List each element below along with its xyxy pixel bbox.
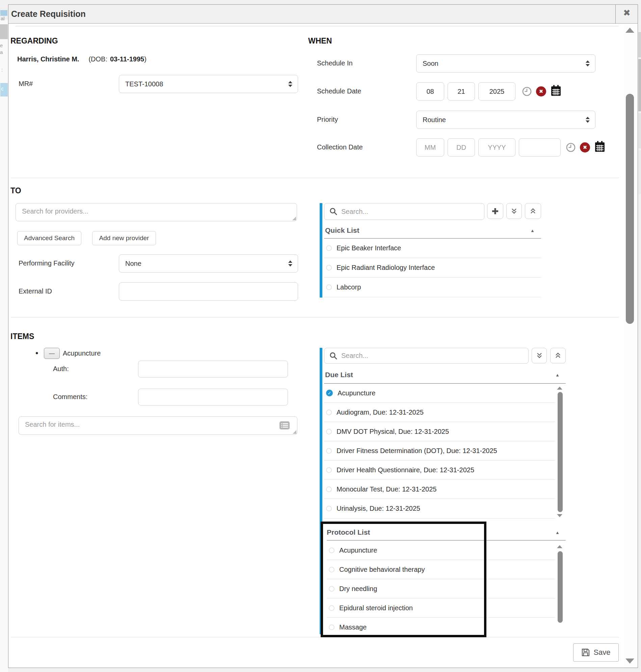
add-new-provider-button[interactable]: Add new provider <box>92 231 156 245</box>
save-button[interactable]: Save <box>573 643 619 661</box>
due-list-item[interactable]: Monocular Test, Due: 12-31-2025 <box>324 480 555 499</box>
check-icon[interactable]: ✓ <box>326 390 333 396</box>
search-icon <box>329 352 338 360</box>
due-list-search-input[interactable] <box>324 348 529 364</box>
protocol-list-scroll-up-arrow[interactable] <box>557 545 562 548</box>
due-list-item-label: Driver Fitness Determination (DOT), Due:… <box>337 447 497 455</box>
collapse-all-button[interactable] <box>506 203 522 219</box>
due-list-item[interactable]: Driver Health Questionnaire, Due: 12-31-… <box>324 461 555 480</box>
collection-month-input[interactable] <box>416 138 444 156</box>
collection-day-input[interactable] <box>448 138 475 156</box>
radio-icon[interactable] <box>326 448 332 454</box>
external-id-label: External ID <box>18 288 52 295</box>
radio-icon[interactable] <box>329 625 335 630</box>
quick-list-item[interactable]: Epic Radiant Radiology Interface <box>324 258 541 278</box>
due-list-item[interactable]: ✓ Acupuncture <box>324 383 555 403</box>
radio-icon[interactable] <box>329 586 335 592</box>
radio-icon[interactable] <box>326 284 332 290</box>
collection-time-input[interactable] <box>519 138 561 156</box>
due-list-item[interactable]: DMV DOT Physical, Due: 12-31-2025 <box>324 422 555 441</box>
due-list-item[interactable]: Driver Fitness Determination (DOT), Due:… <box>324 441 555 461</box>
collapse-section-icon[interactable]: ▲ <box>530 228 535 233</box>
background-text-fragment: c <box>1 86 4 92</box>
expand-all-button[interactable] <box>525 203 541 219</box>
auth-input[interactable] <box>138 361 288 378</box>
radio-icon[interactable] <box>329 605 335 611</box>
close-button[interactable]: ✖ <box>620 8 633 18</box>
modal-title: Create Requisition <box>11 9 86 19</box>
collapse-section-icon[interactable]: ▲ <box>555 530 560 535</box>
protocol-list-item[interactable]: Acupuncture <box>327 541 555 560</box>
quick-list-item[interactable]: Epic Beaker Interface <box>324 238 541 258</box>
due-list-scroll-down-arrow[interactable] <box>557 514 562 517</box>
schedule-clear-button[interactable]: ✖ <box>536 86 546 97</box>
schedule-calendar-button[interactable] <box>550 85 561 98</box>
scroll-thumb[interactable] <box>626 94 634 324</box>
protocol-list-scroll-thumb[interactable] <box>558 551 563 623</box>
radio-icon[interactable] <box>326 245 332 251</box>
radio-icon[interactable] <box>329 547 335 553</box>
performing-facility-select[interactable]: None <box>119 254 298 272</box>
advanced-search-label: Advanced Search <box>24 235 74 242</box>
radio-icon[interactable] <box>326 506 332 512</box>
quick-list-search <box>324 203 485 220</box>
collapse-all-items-button[interactable] <box>532 348 547 363</box>
resize-handle-icon[interactable] <box>292 430 296 434</box>
collection-calendar-button[interactable] <box>595 141 605 154</box>
collapse-section-icon[interactable]: ▲ <box>555 373 560 378</box>
protocol-list-item[interactable]: Massage <box>327 618 555 637</box>
radio-icon[interactable] <box>326 265 332 270</box>
collection-year-input[interactable] <box>478 138 516 156</box>
select-arrows-icon <box>586 117 590 123</box>
quick-list-search-input[interactable] <box>324 203 485 220</box>
schedule-in-select[interactable]: Soon <box>416 54 596 72</box>
providers-search-textarea[interactable] <box>15 203 297 221</box>
mr-label: MR# <box>18 80 33 88</box>
schedule-month-input[interactable] <box>416 82 444 100</box>
radio-icon[interactable] <box>326 467 332 473</box>
schedule-time-button[interactable] <box>522 86 532 98</box>
double-chevron-up-icon <box>555 352 561 359</box>
quick-list-item-label: Epic Beaker Interface <box>337 244 401 252</box>
radio-icon[interactable] <box>329 567 335 573</box>
protocol-list-item[interactable]: Epidural steroid injection <box>327 599 555 618</box>
scroll-up-arrow[interactable] <box>626 28 634 33</box>
external-id-input[interactable] <box>119 282 298 300</box>
scroll-down-arrow[interactable] <box>626 658 634 663</box>
items-search-textarea[interactable] <box>18 416 297 435</box>
schedule-year-input[interactable] <box>478 82 516 100</box>
schedule-day-input[interactable] <box>448 82 475 100</box>
collection-date-label: Collection Date <box>317 143 363 151</box>
due-list-search <box>324 348 529 364</box>
comments-label: Comments: <box>53 393 87 401</box>
advanced-search-button[interactable]: Advanced Search <box>17 231 81 245</box>
when-header: WHEN <box>308 37 332 45</box>
radio-icon[interactable] <box>326 429 332 434</box>
item-list-icon[interactable] <box>279 421 290 430</box>
comments-input[interactable] <box>138 389 288 406</box>
remove-item-button[interactable]: — <box>44 348 60 359</box>
due-list-scroll-thumb[interactable] <box>558 392 563 512</box>
due-list-scroll-up-arrow[interactable] <box>557 387 562 390</box>
minus-icon: — <box>49 350 55 357</box>
background-text-fragment: a <box>0 49 3 55</box>
due-list-item-label: Urinalysis, Due: 12-31-2025 <box>337 505 420 513</box>
mr-select[interactable]: TEST-10008 <box>119 75 298 93</box>
check-glyph: ✓ <box>328 391 331 396</box>
patient-line: Harris, Christine M. (DOB: 03-11-1995 ) <box>17 55 147 63</box>
collection-time-button[interactable] <box>566 142 576 154</box>
due-list-item-label: Acupuncture <box>338 389 376 397</box>
priority-select[interactable]: Routine <box>416 111 596 129</box>
radio-icon[interactable] <box>326 487 332 492</box>
quick-list-item[interactable]: Labcorp <box>324 278 541 297</box>
collection-clear-button[interactable]: ✖ <box>580 142 590 153</box>
protocol-list-item[interactable]: Cognitive behavioral therapy <box>327 560 555 579</box>
add-provider-to-list-button[interactable] <box>487 203 503 219</box>
protocol-list-item[interactable]: Dry needling <box>327 579 555 599</box>
resize-handle-icon[interactable] <box>292 216 296 220</box>
protocol-list-item-label: Epidural steroid injection <box>339 604 413 612</box>
radio-icon[interactable] <box>326 409 332 415</box>
expand-all-items-button[interactable] <box>550 348 566 363</box>
due-list-item[interactable]: Urinalysis, Due: 12-31-2025 <box>324 499 555 518</box>
due-list-item[interactable]: Audiogram, Due: 12-31-2025 <box>324 403 555 422</box>
